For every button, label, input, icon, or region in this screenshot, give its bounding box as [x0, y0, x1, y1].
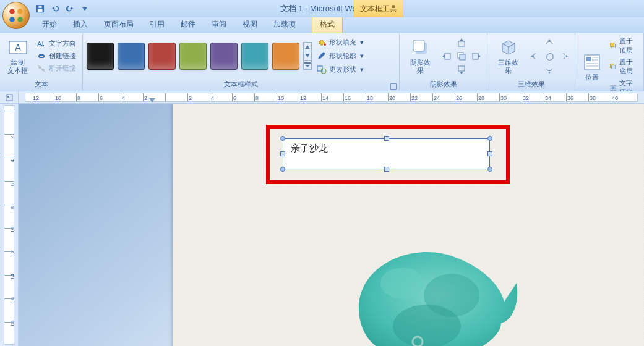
ruler-number: 16: [345, 95, 351, 101]
ruler-number: 22: [411, 95, 418, 101]
style-swatch-7[interactable]: [272, 43, 299, 70]
tilt-down-icon[interactable]: [543, 64, 556, 76]
group-text: A 绘制 文本框 A文字方向 创建链接 断开链接 文本: [0, 33, 83, 91]
ruler-corner-icon[interactable]: [0, 91, 18, 104]
shadow-nudge-left[interactable]: [440, 50, 453, 62]
resize-handle-w[interactable]: [280, 151, 285, 156]
shadow-nudge-down-right[interactable]: [470, 64, 483, 76]
contextual-tab-title: 文本框工具: [354, 0, 403, 17]
resize-handle-sw[interactable]: [280, 167, 285, 172]
send-back-label: 置于底层: [619, 57, 637, 76]
tab-addins[interactable]: 加载项: [266, 17, 303, 33]
shape-outline-label: 形状轮廓: [329, 51, 356, 61]
change-shape-icon: [317, 64, 327, 75]
style-swatch-5[interactable]: [210, 43, 238, 70]
text-direction-button[interactable]: A文字方向: [34, 38, 79, 49]
tilt-right-icon[interactable]: [557, 50, 571, 62]
svg-text:A: A: [37, 40, 42, 48]
tab-view[interactable]: 视图: [235, 17, 265, 33]
change-shape-label: 更改形状: [329, 65, 356, 74]
style-swatch-4[interactable]: [179, 43, 207, 70]
page[interactable]: 亲子沙龙: [173, 104, 644, 346]
tilt-icon[interactable]: [528, 36, 541, 49]
position-button[interactable]: 位置: [579, 51, 605, 82]
resize-handle-e[interactable]: [487, 151, 492, 156]
save-icon[interactable]: [35, 3, 46, 14]
ruler-number: 30: [500, 95, 507, 101]
shadow-nudge-up[interactable]: [455, 36, 468, 49]
tab-format[interactable]: 格式: [312, 16, 343, 33]
gallery-more-icon[interactable]: [303, 61, 312, 70]
undo-icon[interactable]: [49, 3, 61, 14]
resize-handle-se[interactable]: [487, 167, 492, 172]
shape-fill-button[interactable]: 形状填充▾: [316, 36, 366, 49]
qat-dropdown-icon[interactable]: [79, 3, 90, 14]
ruler-number: 2: [9, 136, 15, 139]
draw-textbox-button[interactable]: A 绘制 文本框: [4, 36, 32, 75]
tilt-icon[interactable]: [528, 64, 541, 76]
svg-rect-12: [317, 66, 322, 71]
shape-outline-button[interactable]: 形状轮廓▾: [316, 50, 366, 62]
shadow-nudge-right[interactable]: [470, 50, 483, 62]
gallery-down-icon[interactable]: [303, 51, 312, 61]
bring-front-label: 置于顶层: [619, 36, 637, 55]
tab-page-layout[interactable]: 页面布局: [97, 17, 141, 33]
resize-handle-ne[interactable]: [487, 136, 492, 141]
shadow-nudge-down-left[interactable]: [440, 64, 453, 76]
vertical-ruler[interactable]: 24681012141618: [4, 105, 14, 345]
textbox[interactable]: 亲子沙龙: [283, 138, 490, 169]
ruler-number: 36: [567, 95, 573, 101]
style-swatch-1[interactable]: [87, 43, 114, 70]
bring-front-button[interactable]: 置于顶层: [608, 36, 640, 56]
horizontal-ruler[interactable]: 1210864224681012141618202224262830323436…: [19, 91, 644, 104]
tilt-up-icon[interactable]: [543, 36, 556, 49]
threeD-effects-button[interactable]: 三维效果: [491, 36, 525, 75]
group-styles-label: 文本框样式: [83, 78, 399, 91]
shape-fill-label: 形状填充: [329, 38, 356, 47]
style-swatch-2[interactable]: [118, 43, 145, 70]
office-button[interactable]: [2, 2, 30, 29]
textbox-text[interactable]: 亲子沙龙: [283, 139, 489, 158]
tab-insert[interactable]: 插入: [66, 17, 95, 33]
tilt-icon[interactable]: [557, 64, 571, 76]
resize-handle-s[interactable]: [384, 167, 389, 172]
shadow-nudge-down[interactable]: [455, 64, 468, 76]
gallery-up-icon[interactable]: [303, 42, 312, 51]
style-swatch-6[interactable]: [241, 43, 268, 70]
tab-review[interactable]: 审阅: [204, 17, 234, 33]
style-swatch-3[interactable]: [148, 43, 176, 70]
pen-icon: [317, 51, 327, 62]
resize-handle-nw[interactable]: [280, 136, 285, 141]
dialog-launcher-icon[interactable]: [390, 83, 397, 90]
ruler-number: 8: [9, 206, 15, 209]
shadow-nudge-up-left[interactable]: [440, 36, 453, 49]
ruler-number: 14: [9, 274, 15, 280]
shadow-toggle-icon[interactable]: [455, 50, 468, 62]
whale-image[interactable]: [334, 221, 520, 346]
redo-icon[interactable]: [64, 3, 75, 14]
tab-home[interactable]: 开始: [35, 17, 64, 33]
indent-marker-icon[interactable]: [149, 98, 155, 103]
shadow-nudge-up-right[interactable]: [470, 36, 483, 49]
ruler-number: 10: [55, 95, 61, 101]
tab-references[interactable]: 引用: [142, 17, 172, 33]
break-link-label: 断开链接: [49, 64, 76, 73]
shadow-nudge-grid: [440, 36, 483, 76]
break-link-button[interactable]: 断开链接: [34, 63, 79, 74]
threeD-label: 三维效果: [495, 59, 522, 74]
tab-mailings[interactable]: 邮件: [173, 17, 203, 33]
textbox-icon: A: [8, 38, 28, 57]
create-link-button[interactable]: 创建链接: [34, 51, 79, 62]
shadow-effects-button[interactable]: 阴影效果: [403, 36, 437, 75]
tilt-reset-icon[interactable]: [543, 50, 556, 62]
send-back-button[interactable]: 置于底层: [608, 57, 640, 77]
tilt-left-icon[interactable]: [528, 50, 541, 62]
change-shape-button[interactable]: 更改形状▾: [316, 64, 366, 76]
style-gallery[interactable]: [87, 43, 299, 70]
threeD-tilt-grid: [528, 36, 571, 76]
resize-handle-n[interactable]: [384, 136, 389, 141]
svg-rect-28: [612, 86, 614, 89]
tilt-icon[interactable]: [557, 36, 571, 49]
document-canvas[interactable]: 亲子沙龙: [19, 104, 644, 346]
paint-bucket-icon: [317, 37, 327, 48]
